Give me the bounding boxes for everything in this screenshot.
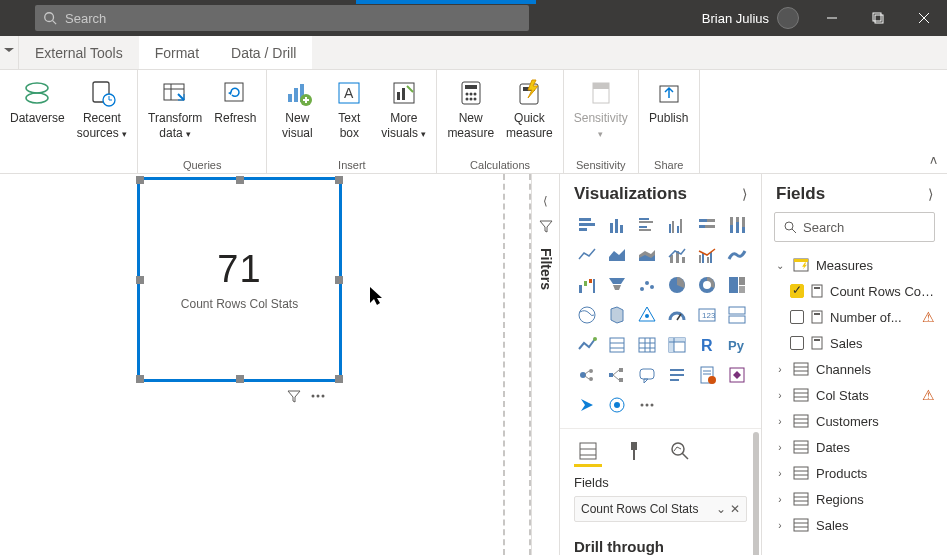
qa-visual-icon[interactable] (634, 362, 660, 388)
svg-rect-52 (639, 218, 649, 220)
table-products[interactable]: › Products (762, 460, 947, 486)
powerapps-visual-icon[interactable] (724, 362, 750, 388)
hundred-stacked-column-icon[interactable] (724, 212, 750, 238)
resize-handle[interactable] (236, 375, 244, 383)
card-visual[interactable]: 71 Count Rows Col Stats (137, 177, 342, 382)
tab-format[interactable]: Format (139, 36, 215, 69)
recent-sources-button[interactable]: Recent sources ▾ (73, 74, 131, 157)
clustered-bar-chart-icon[interactable] (634, 212, 660, 238)
remove-field-icon[interactable]: ✕ (730, 502, 740, 516)
text-box-button[interactable]: A Text box (325, 74, 373, 157)
table-channels[interactable]: › Channels (762, 356, 947, 382)
build-visual-tab[interactable] (574, 439, 602, 467)
resize-handle[interactable] (136, 375, 144, 383)
more-options-icon[interactable] (310, 388, 326, 404)
fields-search[interactable]: Search (774, 212, 935, 242)
line-stacked-column-icon[interactable] (664, 242, 690, 268)
analytics-tab[interactable] (666, 439, 694, 467)
waterfall-chart-icon[interactable] (574, 272, 600, 298)
minimize-button[interactable] (809, 0, 855, 36)
matrix-icon[interactable] (664, 332, 690, 358)
svg-rect-161 (814, 313, 820, 315)
r-visual-icon[interactable]: R (694, 332, 720, 358)
slicer-icon[interactable] (604, 332, 630, 358)
table-regions[interactable]: › Regions (762, 486, 947, 512)
field-sales-measure[interactable]: Sales (762, 330, 947, 356)
table-customers[interactable]: › Customers (762, 408, 947, 434)
svg-marker-84 (609, 278, 625, 284)
power-automate-icon[interactable] (574, 392, 600, 418)
checkbox[interactable] (790, 336, 804, 350)
publish-button[interactable]: Publish (645, 74, 693, 157)
field-count-rows[interactable]: Count Rows Col ... (762, 278, 947, 304)
format-visual-tab[interactable] (620, 439, 648, 467)
filters-pane-collapsed[interactable]: ⟨ Filters (531, 174, 559, 555)
paginated-report-icon[interactable] (694, 362, 720, 388)
stacked-column-chart-icon[interactable] (604, 212, 630, 238)
key-influencers-icon[interactable] (574, 362, 600, 388)
ribbon-corner[interactable] (0, 36, 19, 70)
resize-handle[interactable] (335, 276, 343, 284)
chevron-down-icon[interactable]: ⌄ (716, 502, 726, 516)
checkbox[interactable] (790, 310, 804, 324)
filter-icon[interactable] (286, 388, 302, 404)
new-visual-button[interactable]: New visual (273, 74, 321, 157)
report-canvas[interactable]: 71 Count Rows Col Stats (0, 174, 531, 555)
hundred-stacked-bar-icon[interactable] (694, 212, 720, 238)
tab-external-tools[interactable]: External Tools (19, 36, 139, 69)
table-measures[interactable]: ⌄ Measures (762, 252, 947, 278)
user-account[interactable]: Brian Julius (692, 7, 809, 29)
table-icon[interactable] (634, 332, 660, 358)
area-chart-icon[interactable] (604, 242, 630, 268)
azure-map-icon[interactable] (634, 302, 660, 328)
quick-measure-button[interactable]: Quick measure (502, 74, 557, 157)
dataverse-button[interactable]: Dataverse (6, 74, 69, 157)
group-label-calculations: Calculations (470, 157, 530, 173)
checkbox-checked[interactable] (790, 284, 804, 298)
scrollbar[interactable] (753, 432, 759, 555)
resize-handle[interactable] (136, 176, 144, 184)
refresh-button[interactable]: Refresh (210, 74, 260, 157)
maximize-button[interactable] (855, 0, 901, 36)
resize-handle[interactable] (136, 276, 144, 284)
resize-handle[interactable] (236, 176, 244, 184)
table-sales[interactable]: › Sales (762, 512, 947, 538)
decomposition-tree-icon[interactable] (604, 362, 630, 388)
goals-visual-icon[interactable] (604, 392, 630, 418)
close-button[interactable] (901, 0, 947, 36)
resize-handle[interactable] (335, 375, 343, 383)
field-number-of[interactable]: Number of... ⚠ (762, 304, 947, 330)
more-visuals-gallery-icon[interactable] (634, 392, 660, 418)
ribbon-chart-icon[interactable] (724, 242, 750, 268)
kpi-icon[interactable] (574, 332, 600, 358)
funnel-chart-icon[interactable] (604, 272, 630, 298)
collapse-ribbon-button[interactable]: ʌ (930, 153, 937, 167)
python-visual-icon[interactable]: Py (724, 332, 750, 358)
table-col-stats[interactable]: › Col Stats ⚠ (762, 382, 947, 408)
more-visuals-button[interactable]: More visuals ▾ (377, 74, 430, 157)
gauge-icon[interactable] (664, 302, 690, 328)
clustered-column-chart-icon[interactable] (664, 212, 690, 238)
global-search[interactable]: Search (35, 5, 529, 31)
donut-chart-icon[interactable] (694, 272, 720, 298)
pie-chart-icon[interactable] (664, 272, 690, 298)
new-measure-button[interactable]: New measure (443, 74, 498, 157)
stacked-bar-chart-icon[interactable] (574, 212, 600, 238)
collapse-pane-icon[interactable]: ⟩ (928, 186, 933, 202)
multi-row-card-icon[interactable] (724, 302, 750, 328)
filled-map-icon[interactable] (604, 302, 630, 328)
stacked-area-chart-icon[interactable] (634, 242, 660, 268)
transform-data-button[interactable]: Transform data ▾ (144, 74, 206, 157)
line-clustered-column-icon[interactable] (694, 242, 720, 268)
treemap-chart-icon[interactable] (724, 272, 750, 298)
card-visual-icon[interactable]: 123 (694, 302, 720, 328)
resize-handle[interactable] (335, 176, 343, 184)
table-dates[interactable]: › Dates (762, 434, 947, 460)
collapse-pane-icon[interactable]: ⟩ (742, 186, 747, 202)
smart-narrative-icon[interactable] (664, 362, 690, 388)
line-chart-icon[interactable] (574, 242, 600, 268)
map-icon[interactable] (574, 302, 600, 328)
tab-data-drill[interactable]: Data / Drill (215, 36, 312, 69)
scatter-chart-icon[interactable] (634, 272, 660, 298)
fields-well-item[interactable]: Count Rows Col Stats ⌄✕ (574, 496, 747, 522)
